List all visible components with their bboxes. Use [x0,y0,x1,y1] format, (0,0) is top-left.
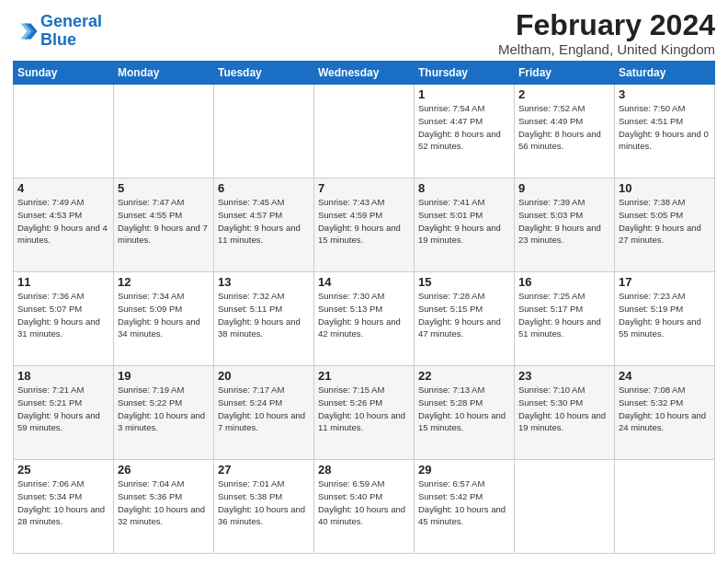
day-info: Sunrise: 6:57 AM Sunset: 5:42 PM Dayligh… [418,477,510,528]
table-row: 4Sunrise: 7:49 AM Sunset: 4:53 PM Daylig… [14,178,114,272]
table-row [214,85,314,178]
day-info: Sunrise: 7:43 AM Sunset: 4:59 PM Dayligh… [318,196,410,247]
col-friday: Friday [515,62,615,85]
day-info: Sunrise: 7:15 AM Sunset: 5:26 PM Dayligh… [318,384,410,434]
day-info: Sunrise: 7:34 AM Sunset: 5:09 PM Dayligh… [118,290,210,340]
day-number: 9 [518,181,610,195]
day-info: Sunrise: 7:49 AM Sunset: 4:53 PM Dayligh… [17,196,109,247]
table-row [515,460,615,554]
table-row: 7Sunrise: 7:43 AM Sunset: 4:59 PM Daylig… [314,178,415,272]
day-info: Sunrise: 7:06 AM Sunset: 5:34 PM Dayligh… [17,477,109,528]
table-row: 12Sunrise: 7:34 AM Sunset: 5:09 PM Dayli… [114,272,214,366]
day-info: Sunrise: 7:38 AM Sunset: 5:05 PM Dayligh… [619,196,711,247]
table-row: 2Sunrise: 7:52 AM Sunset: 4:49 PM Daylig… [515,85,615,178]
day-info: Sunrise: 7:10 AM Sunset: 5:30 PM Dayligh… [518,384,610,434]
col-thursday: Thursday [415,62,515,85]
day-number: 14 [318,275,410,289]
day-number: 29 [418,463,510,477]
calendar-week-row: 4Sunrise: 7:49 AM Sunset: 4:53 PM Daylig… [14,178,715,272]
logo-line1: General [40,12,102,30]
day-info: Sunrise: 7:25 AM Sunset: 5:17 PM Dayligh… [518,290,610,340]
table-row: 6Sunrise: 7:45 AM Sunset: 4:57 PM Daylig… [214,178,314,272]
day-number: 3 [619,87,711,101]
calendar-week-row: 18Sunrise: 7:21 AM Sunset: 5:21 PM Dayli… [14,366,715,460]
day-number: 1 [418,87,510,101]
day-number: 11 [17,275,109,289]
table-row: 9Sunrise: 7:39 AM Sunset: 5:03 PM Daylig… [515,178,615,272]
table-row: 11Sunrise: 7:36 AM Sunset: 5:07 PM Dayli… [14,272,114,366]
table-row: 27Sunrise: 7:01 AM Sunset: 5:38 PM Dayli… [214,460,314,554]
day-number: 26 [118,463,210,477]
day-number: 21 [318,369,410,383]
day-number: 7 [318,181,410,195]
day-info: Sunrise: 7:45 AM Sunset: 4:57 PM Dayligh… [218,196,310,247]
day-number: 15 [418,275,510,289]
day-number: 23 [518,369,610,383]
table-row: 22Sunrise: 7:13 AM Sunset: 5:28 PM Dayli… [415,366,515,460]
day-number: 17 [619,275,711,289]
day-info: Sunrise: 7:41 AM Sunset: 5:01 PM Dayligh… [418,196,510,247]
day-number: 25 [17,463,109,477]
day-number: 6 [218,181,310,195]
day-number: 16 [518,275,610,289]
day-info: Sunrise: 7:19 AM Sunset: 5:22 PM Dayligh… [118,384,210,434]
calendar-week-row: 25Sunrise: 7:06 AM Sunset: 5:34 PM Dayli… [14,460,715,554]
page: General Blue February 2024 Meltham, Engl… [0,0,728,563]
header: General Blue February 2024 Meltham, Engl… [13,9,715,57]
table-row: 8Sunrise: 7:41 AM Sunset: 5:01 PM Daylig… [415,178,515,272]
table-row: 18Sunrise: 7:21 AM Sunset: 5:21 PM Dayli… [14,366,114,460]
table-row: 16Sunrise: 7:25 AM Sunset: 5:17 PM Dayli… [515,272,615,366]
day-number: 20 [218,369,310,383]
table-row: 5Sunrise: 7:47 AM Sunset: 4:55 PM Daylig… [114,178,214,272]
day-info: Sunrise: 7:39 AM Sunset: 5:03 PM Dayligh… [518,196,610,247]
day-info: Sunrise: 7:13 AM Sunset: 5:28 PM Dayligh… [418,384,510,434]
table-row: 23Sunrise: 7:10 AM Sunset: 5:30 PM Dayli… [515,366,615,460]
table-row: 21Sunrise: 7:15 AM Sunset: 5:26 PM Dayli… [314,366,415,460]
table-row: 29Sunrise: 6:57 AM Sunset: 5:42 PM Dayli… [415,460,515,554]
day-number: 8 [418,181,510,195]
calendar-week-row: 1Sunrise: 7:54 AM Sunset: 4:47 PM Daylig… [14,85,715,178]
logo-icon [13,18,39,44]
day-info: Sunrise: 6:59 AM Sunset: 5:40 PM Dayligh… [318,477,410,528]
table-row: 25Sunrise: 7:06 AM Sunset: 5:34 PM Dayli… [14,460,114,554]
table-row [14,85,114,178]
table-row: 1Sunrise: 7:54 AM Sunset: 4:47 PM Daylig… [415,85,515,178]
col-wednesday: Wednesday [314,62,415,85]
day-number: 10 [619,181,711,195]
day-number: 4 [17,181,109,195]
col-tuesday: Tuesday [214,62,314,85]
table-row: 24Sunrise: 7:08 AM Sunset: 5:32 PM Dayli… [615,366,715,460]
day-number: 5 [118,181,210,195]
table-row: 15Sunrise: 7:28 AM Sunset: 5:15 PM Dayli… [415,272,515,366]
col-sunday: Sunday [14,62,114,85]
calendar-week-row: 11Sunrise: 7:36 AM Sunset: 5:07 PM Dayli… [14,272,715,366]
col-saturday: Saturday [615,62,715,85]
day-info: Sunrise: 7:04 AM Sunset: 5:36 PM Dayligh… [118,477,210,528]
day-info: Sunrise: 7:36 AM Sunset: 5:07 PM Dayligh… [17,290,109,340]
day-info: Sunrise: 7:32 AM Sunset: 5:11 PM Dayligh… [218,290,310,340]
table-row: 14Sunrise: 7:30 AM Sunset: 5:13 PM Dayli… [314,272,415,366]
day-info: Sunrise: 7:21 AM Sunset: 5:21 PM Dayligh… [17,384,109,434]
logo-text: General Blue [40,13,102,50]
day-number: 12 [118,275,210,289]
day-number: 18 [17,369,109,383]
day-info: Sunrise: 7:08 AM Sunset: 5:32 PM Dayligh… [619,384,711,434]
day-info: Sunrise: 7:17 AM Sunset: 5:24 PM Dayligh… [218,384,310,434]
day-info: Sunrise: 7:54 AM Sunset: 4:47 PM Dayligh… [418,102,510,153]
table-row: 19Sunrise: 7:19 AM Sunset: 5:22 PM Dayli… [114,366,214,460]
table-row: 17Sunrise: 7:23 AM Sunset: 5:19 PM Dayli… [615,272,715,366]
table-row [615,460,715,554]
day-info: Sunrise: 7:47 AM Sunset: 4:55 PM Dayligh… [118,196,210,247]
day-number: 28 [318,463,410,477]
main-title: February 2024 [498,9,715,41]
day-info: Sunrise: 7:50 AM Sunset: 4:51 PM Dayligh… [619,102,711,153]
day-number: 19 [118,369,210,383]
table-row: 20Sunrise: 7:17 AM Sunset: 5:24 PM Dayli… [214,366,314,460]
logo: General Blue [13,13,102,50]
day-info: Sunrise: 7:01 AM Sunset: 5:38 PM Dayligh… [218,477,310,528]
table-row: 13Sunrise: 7:32 AM Sunset: 5:11 PM Dayli… [214,272,314,366]
table-row: 3Sunrise: 7:50 AM Sunset: 4:51 PM Daylig… [615,85,715,178]
subtitle: Meltham, England, United Kingdom [498,41,715,57]
day-number: 22 [418,369,510,383]
title-block: February 2024 Meltham, England, United K… [498,9,715,57]
